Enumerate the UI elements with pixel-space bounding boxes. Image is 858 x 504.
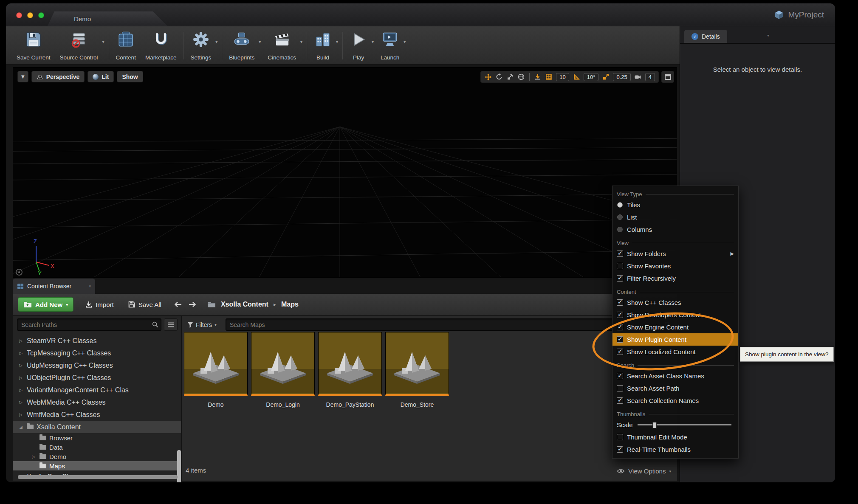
tree-item[interactable]: ▷ SteamVR C++ Classes <box>13 335 181 347</box>
menu-row[interactable]: Real-Time Thumbnails ▶ <box>612 443 738 456</box>
translate-tool-icon[interactable] <box>483 72 493 82</box>
menu-row[interactable]: Thumbnails ▶ <box>612 409 738 419</box>
menu-control-icon[interactable] <box>617 324 623 330</box>
menu-control-icon[interactable] <box>617 227 623 232</box>
asset-thumbnail[interactable] <box>251 332 315 396</box>
back-button[interactable] <box>171 298 185 311</box>
camera-speed-icon[interactable] <box>633 72 643 82</box>
chevron-down-icon[interactable]: ▾ <box>215 39 217 44</box>
grid-snap-value[interactable]: 10 <box>556 73 569 81</box>
expander-arrow-icon[interactable]: ▷ <box>18 412 24 417</box>
marketplace-button[interactable]: Marketplace <box>141 28 181 63</box>
menu-control-icon[interactable] <box>617 299 623 306</box>
tree-item[interactable]: ▷ UObjectPlugin C++ Classes <box>13 372 181 384</box>
play-button[interactable]: Play ▾ <box>345 28 376 63</box>
camera-speed-value[interactable]: 4 <box>645 73 655 81</box>
menu-row[interactable]: Filter Recursively ▶ <box>612 272 738 284</box>
chevron-down-icon[interactable]: ▾ <box>102 39 104 44</box>
tree-horizontal-scrollbar[interactable] <box>18 475 178 479</box>
close-window-button[interactable] <box>16 12 22 18</box>
sources-view-toggle-button[interactable] <box>164 318 178 331</box>
scale-snap-icon[interactable] <box>601 72 611 82</box>
minimize-window-button[interactable] <box>27 12 33 18</box>
expander-arrow-icon[interactable]: ▷ <box>18 351 24 355</box>
save-all-button[interactable]: Save All <box>123 297 167 312</box>
chevron-down-icon[interactable]: ▾ <box>404 39 406 44</box>
menu-row[interactable]: Show Developers Content ▶ <box>612 309 738 321</box>
asset-thumbnail[interactable] <box>184 332 248 396</box>
tree-vertical-scrollbar[interactable] <box>177 450 181 482</box>
viewport-options-dropdown[interactable]: ▼ <box>17 71 28 82</box>
menu-row[interactable]: Show Engine Content ▶ <box>612 321 738 333</box>
import-button[interactable]: Import <box>80 297 119 312</box>
forward-button[interactable] <box>185 298 200 311</box>
menu-row[interactable]: Show Folders ▶ <box>612 248 738 260</box>
menu-control-icon[interactable] <box>617 263 623 269</box>
expander-arrow-icon[interactable]: ▷ <box>18 375 24 380</box>
expander-arrow-icon[interactable]: ▷ <box>18 400 24 405</box>
rotation-snap-icon[interactable] <box>571 72 581 82</box>
perspective-button[interactable]: Perspective <box>31 71 85 82</box>
save-current-button[interactable]: Save Current <box>12 28 55 63</box>
tree-item[interactable]: Maps <box>13 461 181 470</box>
surface-snap-icon[interactable] <box>533 72 543 82</box>
scale-snap-value[interactable]: 0.25 <box>613 73 630 81</box>
thumbnail-scale-slider[interactable] <box>638 424 731 425</box>
search-paths-input[interactable] <box>17 318 161 331</box>
menu-row[interactable]: Tiles ▶ <box>612 199 738 211</box>
menu-control-icon[interactable] <box>617 251 623 257</box>
menu-control-icon[interactable] <box>617 202 623 208</box>
menu-row[interactable]: Content ▶ <box>612 287 738 296</box>
asset-tile[interactable]: Demo <box>184 332 248 408</box>
menu-row[interactable]: Scale ▶ <box>612 419 738 431</box>
menu-control-icon[interactable] <box>617 349 623 355</box>
menu-control-icon[interactable] <box>617 373 623 379</box>
menu-row[interactable]: Show Plugin Content ▶ <box>612 333 738 346</box>
expander-arrow-icon[interactable]: ▷ <box>18 363 24 368</box>
menu-row[interactable]: Columns ▶ <box>612 223 738 236</box>
menu-row[interactable]: Thumbnail Edit Mode ▶ <box>612 431 738 443</box>
maximize-viewport-button[interactable] <box>661 71 674 83</box>
menu-row[interactable]: View Type ▶ <box>612 189 738 199</box>
filters-button[interactable]: Filters ▾ <box>187 318 217 331</box>
rotation-snap-value[interactable]: 10° <box>584 73 599 81</box>
search-assets-input[interactable] <box>226 318 674 331</box>
menu-control-icon[interactable] <box>617 446 623 453</box>
menu-control-icon[interactable] <box>617 434 623 440</box>
breadcrumb-current[interactable]: Maps <box>281 301 299 308</box>
chevron-down-icon[interactable]: ▾ <box>259 39 261 44</box>
tree-item[interactable]: ▷ WmfMedia C++ Classes <box>13 408 181 421</box>
menu-control-icon[interactable] <box>617 275 623 282</box>
menu-control-icon[interactable] <box>617 385 623 391</box>
tree-item[interactable]: ▷ TcpMessaging C++ Classes <box>13 347 181 359</box>
menu-row[interactable]: Show Favorites ▶ <box>612 260 738 272</box>
menu-row[interactable]: Show C++ Classes ▶ <box>612 296 738 309</box>
asset-thumbnail[interactable] <box>318 332 382 396</box>
asset-tile[interactable]: Demo_Store <box>385 332 449 408</box>
tree-item[interactable]: ▷ WebMMedia C++ Classes <box>13 396 181 408</box>
menu-row[interactable]: View ▶ <box>612 238 738 248</box>
source-control-button[interactable]: Source Control ▾ <box>55 28 107 63</box>
tree-item[interactable]: ▷ VariantManagerContent C++ Clas <box>13 384 181 396</box>
rotate-tool-icon[interactable] <box>494 72 504 82</box>
menu-control-icon[interactable] <box>617 312 623 318</box>
menu-control-icon[interactable] <box>617 336 623 343</box>
menu-row[interactable]: Show Localized Content ▶ <box>612 346 738 358</box>
menu-row[interactable]: Search Asset Path ▶ <box>612 382 738 394</box>
show-flags-button[interactable]: Show <box>117 71 143 82</box>
view-options-button[interactable]: View Options ▾ <box>617 467 671 475</box>
expander-arrow-icon[interactable]: ▷ <box>18 338 24 343</box>
add-new-button[interactable]: Add New ▾ <box>18 297 73 312</box>
tree-item[interactable]: Browser <box>13 433 181 442</box>
scale-tool-icon[interactable] <box>505 72 515 82</box>
tree-item[interactable]: Data <box>13 442 181 452</box>
level-viewport[interactable]: ▼ Perspective Lit Show <box>13 67 677 278</box>
breadcrumb-root[interactable]: Xsolla Content <box>221 301 268 308</box>
menu-control-icon[interactable] <box>617 214 623 220</box>
chevron-down-icon[interactable]: ▾ <box>372 39 374 44</box>
asset-tile[interactable]: Demo_PayStation <box>318 332 382 408</box>
world-coordinate-icon[interactable] <box>516 72 526 82</box>
chevron-down-icon[interactable]: ▾ <box>89 284 91 288</box>
tab-details[interactable]: i Details <box>684 30 727 43</box>
expander-arrow-icon[interactable]: ◢ <box>18 425 24 429</box>
